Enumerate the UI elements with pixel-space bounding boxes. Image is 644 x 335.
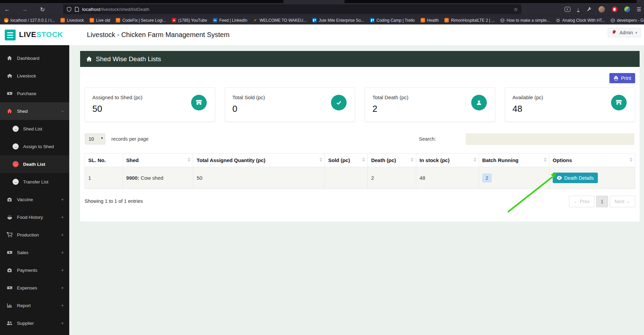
storefront-icon — [191, 95, 207, 110]
downloads-icon[interactable]: ↓ — [577, 7, 579, 12]
showing-entries-text: Showing 1 to 1 of 1 entries — [85, 198, 143, 204]
profile-avatar[interactable] — [599, 6, 605, 13]
bookmark-developers[interactable]: developers - Google G... — [611, 18, 644, 23]
column-header-shed[interactable]: Shed — [123, 154, 193, 167]
back-icon[interactable]: ← — [3, 5, 12, 14]
cell-options: Death Details — [549, 167, 635, 189]
expand-toggle[interactable]: + — [61, 250, 64, 255]
records-per-page-select[interactable]: 10 — [85, 134, 105, 144]
bookmark-label: How to make a simple... — [507, 18, 550, 23]
bookmark-star-icon[interactable]: ☆ — [514, 6, 518, 13]
app-logo[interactable]: LIVESTOCK — [19, 30, 63, 39]
summary-cards: Assigned to Shed (pc) 50 Total Sold (pc)… — [85, 87, 635, 122]
shed-name: Cow shed — [141, 175, 163, 181]
linkedin-icon: in — [213, 18, 217, 22]
admin-menu-button[interactable]: Admin ▾ — [608, 28, 641, 37]
pocket-icon[interactable]: ∨ — [565, 7, 570, 12]
bookmark-how-to[interactable]: How to make a simple... — [500, 18, 550, 23]
expand-toggle[interactable]: + — [61, 232, 64, 237]
sort-icon — [362, 158, 365, 162]
column-header-in-stock[interactable]: In stock (pc) — [416, 154, 479, 167]
sidebar-item-vaccine[interactable]: Vaccine + — [0, 191, 69, 208]
bookmark-rimonhospital[interactable]: ꞏꞏRimonHospitalLTE 2 | ... — [444, 18, 495, 23]
prev-page-button[interactable]: ← Prev — [569, 196, 594, 207]
bookmark-codefix[interactable]: ꞏꞏCodeFix | Secure Logi... — [116, 18, 166, 23]
expand-toggle[interactable]: + — [61, 267, 64, 273]
expand-toggle[interactable]: + — [61, 285, 64, 290]
bookmark-health[interactable]: ꞏꞏHealth — [421, 18, 439, 23]
sidebar-item-label: Purchase — [17, 91, 36, 96]
browser-tab[interactable] — [283, 0, 345, 3]
page-info-icon[interactable] — [75, 7, 79, 12]
bookmark-live-old[interactable]: ꞏꞏLive old — [90, 18, 110, 23]
bookmark-localhost[interactable]: localhost / 127.0.0.1 / i... — [4, 18, 55, 23]
death-details-button[interactable]: Death Details — [553, 173, 598, 183]
death-details-label: Death Details — [564, 175, 594, 181]
collapse-toggle[interactable]: − — [61, 108, 64, 114]
idm-icon[interactable] — [624, 6, 630, 12]
sidebar-item-food-history[interactable]: Food History + — [0, 208, 69, 226]
expand-toggle[interactable]: + — [61, 214, 64, 220]
next-page-button[interactable]: Next → — [610, 196, 635, 207]
adblock-icon[interactable] — [612, 6, 618, 12]
sidebar-item-label: Shed List — [23, 126, 42, 131]
panel-title: Shed Wise Death Lists — [96, 55, 161, 63]
bookmark-coding-camp[interactable]: Coding Camp | Trello — [370, 18, 415, 23]
search-input[interactable] — [466, 134, 634, 145]
column-header-total-assigned[interactable]: Total Assigned Quantity (pc) — [193, 154, 325, 167]
circle-arrow-icon: → — [13, 143, 19, 149]
sidebar-item-transfer-list[interactable]: → Transfer List — [0, 173, 69, 191]
column-header-batch-running[interactable]: Batch Running — [479, 154, 549, 167]
people-icon — [6, 320, 13, 326]
wrench-icon[interactable] — [586, 7, 592, 12]
expand-toggle[interactable]: + — [61, 197, 64, 202]
sidebar-item-supplier[interactable]: Supplier + — [0, 314, 69, 332]
expand-toggle[interactable]: + — [61, 303, 64, 308]
sidebar-item-assign-to-shed[interactable]: → Assign to Shed — [0, 138, 69, 155]
sidebar-item-sales[interactable]: Sales + — [0, 244, 69, 261]
batch-badge[interactable]: 2 — [482, 174, 492, 182]
bookmark-wakeu[interactable]: ✔WELCOME TO WAKEU... — [253, 18, 306, 23]
bookmark-youtube[interactable]: (1785) YouTube — [172, 18, 207, 23]
sidebar-item-livestock[interactable]: Livestock — [0, 67, 69, 85]
column-header-death[interactable]: Death (pc) — [368, 154, 416, 167]
panel-body: Print Assigned to Shed (pc) 50 Total Sol… — [80, 67, 640, 222]
bookmark-label: Analog Clock With HT... — [562, 18, 605, 23]
url-bar[interactable]: localhost/livestock/shed/listDeath ☆ — [63, 4, 521, 14]
clock-icon — [556, 18, 560, 22]
forward-icon[interactable]: → — [20, 5, 29, 14]
sidebar-item-death-list[interactable]: → Death List — [0, 155, 69, 173]
page-1-button[interactable]: 1 — [596, 196, 608, 207]
column-header-sl-no[interactable]: SL. No. — [85, 154, 123, 167]
expand-toggle[interactable]: + — [61, 320, 64, 326]
sidebar-item-label: Payments — [17, 268, 37, 273]
sidebar-item-dashboard[interactable]: Dashboard — [0, 49, 69, 67]
briefcase-icon — [6, 267, 13, 273]
sidebar-item-label: Assign to Shed — [23, 144, 54, 149]
bookmark-jute-mile[interactable]: Jute Mile Enterprise So... — [312, 18, 364, 23]
logo-live: LIVE — [19, 30, 36, 39]
bookmark-linkedin[interactable]: inFeed | LinkedIn — [213, 18, 247, 23]
sidebar-item-shed[interactable]: Shed − — [0, 102, 69, 120]
sidebar-item-report[interactable]: Report + — [0, 297, 69, 314]
sidebar-item-label: Sales — [17, 250, 29, 255]
sidebar-toggle-button[interactable] — [5, 30, 16, 40]
column-header-options[interactable]: Options — [549, 154, 635, 167]
print-button[interactable]: Print — [609, 73, 635, 83]
bookmark-livestock[interactable]: ꞏꞏLivestock — [60, 18, 84, 23]
bookmark-label: localhost / 127.0.0.1 / i... — [11, 18, 55, 23]
bookmark-analog-clock[interactable]: Analog Clock With HT... — [556, 18, 605, 23]
table-header-row: SL. No. Shed Total Assigned Quantity (pc… — [85, 154, 635, 167]
column-header-sold[interactable]: Sold (pc) — [325, 154, 367, 167]
cell-assigned: 50 — [193, 167, 325, 189]
cell-death: 2 — [368, 167, 416, 189]
sidebar-item-production[interactable]: Production + — [0, 226, 69, 244]
sidebar-item-payments[interactable]: Payments + — [0, 261, 69, 279]
table-row: 1 9900: Cow shed 50 2 48 2 Death Details — [85, 167, 635, 189]
card-label: Assigned to Shed (pc) — [92, 94, 207, 100]
menu-icon[interactable]: ☰ — [637, 6, 641, 13]
reload-icon[interactable]: ↻ — [38, 5, 47, 14]
sidebar-item-shed-list[interactable]: → Shed List — [0, 120, 69, 138]
sidebar-item-purchase[interactable]: Purchase — [0, 85, 69, 102]
sidebar-item-expenses[interactable]: Expenses + — [0, 279, 69, 297]
